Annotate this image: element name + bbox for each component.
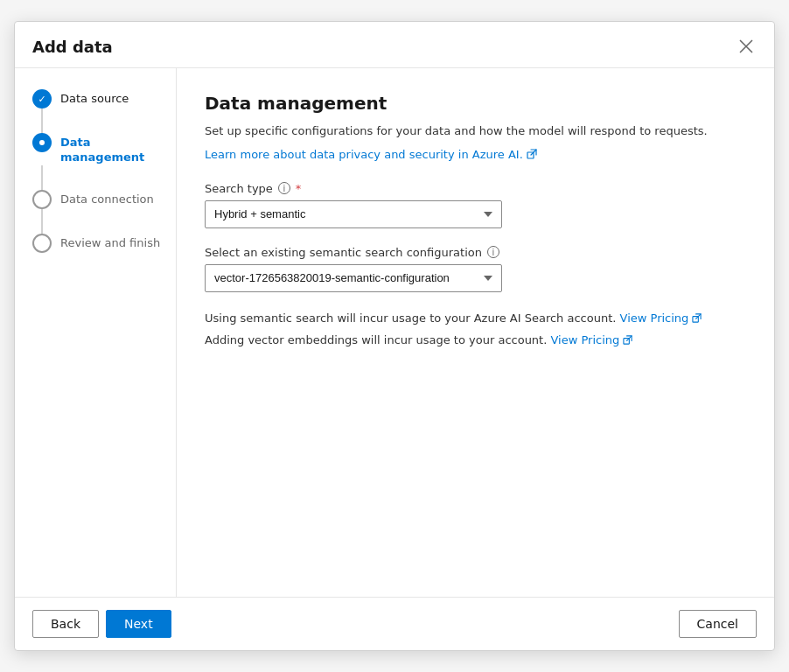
semantic-config-info-icon[interactable]: i (487, 246, 499, 258)
step-line-1 (41, 108, 43, 133)
learn-more-link[interactable]: Learn more about data privacy and securi… (205, 148, 537, 161)
view-pricing-link-1[interactable]: View Pricing (620, 310, 702, 327)
view-pricing-link-2[interactable]: View Pricing (550, 332, 632, 349)
content-area: Data management Set up specific configur… (177, 68, 774, 597)
learn-more-text: Learn more about data privacy and securi… (205, 148, 523, 161)
sidebar: ✓ Data source (15, 68, 177, 597)
modal-footer: Back Next Cancel (15, 597, 774, 650)
add-data-modal: Add data ✓ Data sourc (14, 21, 775, 651)
step-data-management[interactable]: Data management (32, 133, 176, 190)
search-type-select[interactable]: Hybrid + semantic Keyword Semantic Hybri… (205, 200, 502, 228)
footer-left-actions: Back Next (32, 610, 171, 638)
content-description: Set up specific configurations for your … (205, 122, 746, 140)
search-type-section: Search type i * Hybrid + semantic Keywor… (205, 182, 746, 228)
semantic-config-label: Select an existing semantic search confi… (205, 246, 746, 259)
external-link-icon-1 (692, 313, 702, 323)
external-link-icon (527, 149, 537, 159)
modal-body: ✓ Data source (15, 68, 774, 597)
step-circle-data-connection (32, 190, 52, 209)
next-button[interactable]: Next (106, 610, 171, 638)
search-type-wrapper: Hybrid + semantic Keyword Semantic Hybri… (205, 200, 502, 228)
usage-note-2: Adding vector embeddings will incur usag… (205, 332, 746, 349)
modal-overlay: Add data ✓ Data sourc (0, 0, 789, 672)
modal-header: Add data (15, 22, 774, 68)
usage-note-1: Using semantic search will incur usage t… (205, 310, 746, 327)
svg-point-0 (39, 140, 45, 145)
back-button[interactable]: Back (32, 610, 99, 638)
step-circle-review-finish (32, 234, 52, 253)
step-label-review-finish: Review and finish (60, 234, 160, 251)
content-title: Data management (205, 93, 746, 114)
external-link-icon-2 (623, 335, 632, 345)
step-circle-data-source: ✓ (32, 89, 52, 108)
step-line-3 (41, 209, 43, 234)
close-icon (739, 39, 753, 53)
semantic-config-select[interactable]: vector-1726563820019-semantic-configurat… (205, 264, 502, 292)
close-button[interactable] (736, 36, 757, 57)
semantic-config-wrapper: vector-1726563820019-semantic-configurat… (205, 264, 502, 292)
cancel-button[interactable]: Cancel (679, 610, 757, 638)
step-data-source[interactable]: ✓ Data source (32, 89, 176, 133)
modal-title: Add data (32, 38, 113, 56)
step-line-2 (41, 165, 43, 190)
active-dot-icon (38, 138, 46, 147)
search-type-label: Search type i * (205, 182, 746, 195)
steps-list: ✓ Data source (32, 89, 176, 253)
semantic-config-section: Select an existing semantic search confi… (205, 246, 746, 292)
step-label-data-source: Data source (60, 89, 129, 107)
step-label-data-management: Data management (60, 133, 176, 165)
search-type-info-icon[interactable]: i (278, 182, 290, 194)
step-label-data-connection: Data connection (60, 190, 154, 207)
step-review-finish[interactable]: Review and finish (32, 234, 176, 253)
step-circle-data-management (32, 133, 52, 152)
step-data-connection[interactable]: Data connection (32, 190, 176, 234)
required-indicator: * (296, 182, 302, 195)
